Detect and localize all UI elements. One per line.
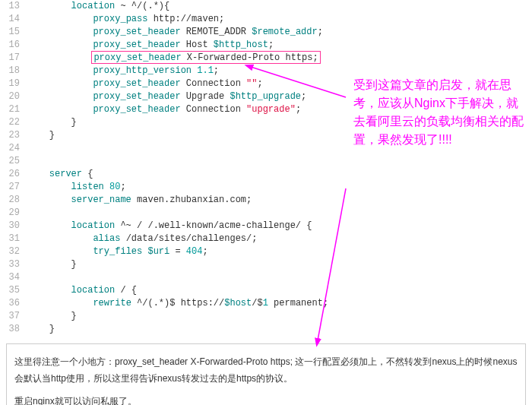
annotation-text: 受到这篇文章的启发，就在思考，应该从Nginx下手解决，就去看阿里云的负载均衡相… xyxy=(353,76,524,149)
code-editor: 1314151617181920212223242526272829303132… xyxy=(0,0,532,336)
note-paragraph-1: 这里得注意一个小地方：proxy_set_header X-Forwarded-… xyxy=(14,353,518,387)
code-area: 1314151617181920212223242526272829303132… xyxy=(0,0,532,336)
note-box: 这里得注意一个小地方：proxy_set_header X-Forwarded-… xyxy=(6,343,526,405)
line-numbers: 1314151617181920212223242526272829303132… xyxy=(0,0,24,336)
note-paragraph-2: 重启nginx就可以访问私服了。 xyxy=(14,393,518,405)
code-content: location ~ ^/(.*){ proxy_pass http://mav… xyxy=(24,0,532,336)
